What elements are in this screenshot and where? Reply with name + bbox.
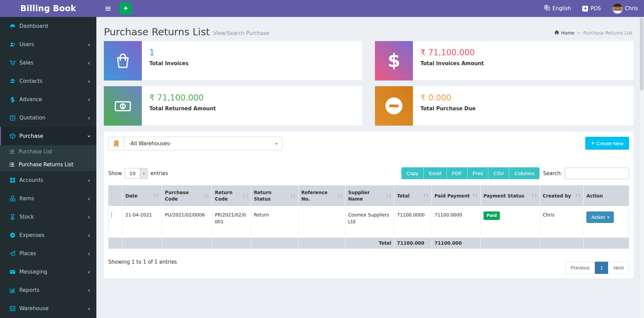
footer-paid-value: 71100.000 [432, 237, 480, 249]
svg-text:1: 1 [121, 104, 125, 109]
return-code-cell: PR/2021/02/0001 [212, 207, 251, 237]
sidebar-item-purchase-list[interactable]: Purchase List [0, 145, 96, 158]
table-row: 21-04-2021 PU/2021/02/0006 PR/2021/02/00… [109, 207, 629, 237]
sort-icon: ↑↓ [289, 193, 296, 199]
plus-square-icon: + [582, 6, 588, 12]
user-plus-icon [10, 41, 16, 48]
column-header-return-code[interactable]: Return Code↑↓ [212, 186, 251, 207]
sidebar-item-contacts[interactable]: Contacts ‹ [0, 72, 96, 90]
chevron-left-icon: ‹ [88, 177, 90, 184]
row-checkbox[interactable] [111, 212, 112, 218]
paper-plane-icon [10, 250, 16, 257]
column-header-payment-status[interactable]: Payment Status↑↓ [480, 186, 540, 207]
create-new-button[interactable]: + Create New [585, 137, 629, 150]
sidebar-item-reports[interactable]: Reports ‹ [0, 281, 96, 299]
content-header: Purchase Returns List View/Search Purcha… [96, 17, 644, 37]
grid-icon [10, 177, 16, 183]
previous-page-button[interactable]: Previous [565, 262, 595, 274]
column-header-created-by[interactable]: Created by↑↓ [540, 186, 584, 207]
language-menu[interactable]: A English [544, 5, 571, 12]
sidebar-item-users[interactable]: Users ‹ [0, 35, 96, 54]
card-label: Total Invoices [149, 60, 189, 67]
sort-icon: ↑↓ [242, 193, 248, 199]
scrollbar-thumb[interactable] [640, 18, 643, 91]
table-header-row: Date↑↓ Purchase Code↑↓ Return Code↑↓ Ret… [109, 186, 629, 207]
card-value: ₹ 71,100.000 [149, 93, 216, 102]
select-all-checkbox[interactable] [111, 193, 112, 199]
main-content: Purchase Returns List View/Search Purcha… [96, 17, 644, 318]
sidebar-item-sales[interactable]: Sales ‹ [0, 54, 96, 72]
print-button[interactable]: Print [468, 167, 489, 179]
column-header-date[interactable]: Date↑↓ [122, 186, 162, 207]
sidebar-item-purchase[interactable]: Purchase ‹ [0, 127, 96, 145]
page-1-button[interactable]: 1 [595, 262, 608, 274]
hamburger-icon[interactable]: ≡ [101, 3, 115, 14]
user-menu[interactable]: Chris [612, 3, 638, 14]
column-header-reference-no[interactable]: Reference No.↑↓ [298, 186, 345, 207]
users-icon [10, 78, 16, 84]
scrollbar[interactable] [639, 17, 644, 318]
building-icon [108, 137, 124, 150]
chevron-left-icon: ‹ [88, 115, 90, 121]
page-length-select[interactable]: 10 ▾ [125, 168, 148, 179]
card-label: Total Returned Amount [149, 106, 216, 112]
bar-chart-icon [10, 287, 16, 293]
action-dropdown-button[interactable]: Action ▾ [586, 211, 614, 223]
sidebar-item-stock[interactable]: Stock ‹ [0, 208, 96, 226]
sidebar-item-warehouse[interactable]: Warehouse ‹ [0, 299, 96, 318]
showing-info: Showing 1 to 1 of 1 entries [108, 257, 177, 265]
next-page-button[interactable]: Next [608, 262, 629, 274]
column-header-paid-payment[interactable]: Paid Payment↑↓ [432, 186, 480, 207]
envelope-icon [10, 269, 16, 275]
column-header-return-status[interactable]: Return Status↑↓ [251, 186, 299, 207]
column-header-supplier-name[interactable]: Supplier Name↑↓ [345, 186, 394, 207]
sidebar-item-accounts[interactable]: Accounts ‹ [0, 171, 96, 189]
quick-add-button[interactable]: + [119, 2, 132, 15]
card-total-returned-amount: 1 ₹ 71,100.000 Total Returned Amount [104, 86, 362, 126]
sort-icon: ↑↓ [423, 193, 429, 198]
pos-button[interactable]: + POS [582, 5, 601, 12]
gauge-icon [10, 23, 16, 29]
date-cell: 21-04-2021 [122, 207, 162, 237]
page-length-control: Show 10 ▾ entries [108, 168, 168, 179]
entries-label: entries [150, 170, 168, 176]
sidebar-item-expenses[interactable]: Expenses ‹ [0, 226, 96, 244]
columns-button[interactable]: Columns [509, 167, 539, 179]
sidebar-item-items[interactable]: Items ‹ [0, 189, 96, 208]
app-brand[interactable]: Billing Book [0, 0, 96, 17]
sidebar-item-places[interactable]: Places ‹ [0, 244, 96, 263]
warehouse-filter: -All Warehouses- ▾ [108, 137, 283, 150]
card-value: 1 [149, 48, 189, 57]
breadcrumb-home[interactable]: Home [554, 30, 574, 36]
column-header-action: Action [584, 186, 629, 207]
sidebar-item-advance[interactable]: $ Advance ‹ [0, 90, 96, 109]
shopping-bag-icon [104, 41, 142, 80]
warehouse-select[interactable]: -All Warehouses- ▾ [124, 137, 283, 150]
sort-icon: ↑↓ [336, 193, 342, 199]
sidebar-item-purchase-returns-list[interactable]: Purchase Returns List [0, 158, 96, 171]
navbar: ≡ + A English + POS Chris [96, 0, 644, 17]
row-select-cell [109, 207, 122, 237]
excel-button[interactable]: Excel [424, 167, 447, 179]
return-status-cell: Return [251, 207, 299, 237]
copy-button[interactable]: Copy [401, 167, 424, 179]
purchase-returns-panel: -All Warehouses- ▾ + Create New Show 10 … [104, 132, 633, 279]
total-cell: 71100.0000 [394, 207, 432, 237]
paid-payment-cell: 71100.0000 [432, 207, 480, 237]
search-control: Search: [543, 168, 629, 179]
pdf-button[interactable]: PDF [447, 167, 468, 179]
sidebar-item-dashboard[interactable]: Dashboard [0, 17, 96, 35]
chevron-left-icon: ‹ [88, 287, 90, 294]
column-header-purchase-code[interactable]: Purchase Code↑↓ [162, 186, 212, 207]
search-input[interactable] [565, 168, 629, 179]
dollar-icon: $ [375, 41, 413, 80]
select-all-header [109, 186, 122, 207]
column-header-total[interactable]: Total↑↓ [394, 186, 432, 207]
sidebar-item-quotation[interactable]: Quotation ‹ [0, 109, 96, 127]
csv-button[interactable]: CSV [488, 167, 509, 179]
list-icon [9, 162, 15, 168]
purchase-returns-table: Date↑↓ Purchase Code↑↓ Return Code↑↓ Ret… [108, 185, 629, 249]
app-window: Billing Book ≡ + A English + POS Chris [0, 0, 644, 318]
list-icon [9, 149, 15, 155]
sidebar-item-messaging[interactable]: Messaging ‹ [0, 263, 96, 281]
